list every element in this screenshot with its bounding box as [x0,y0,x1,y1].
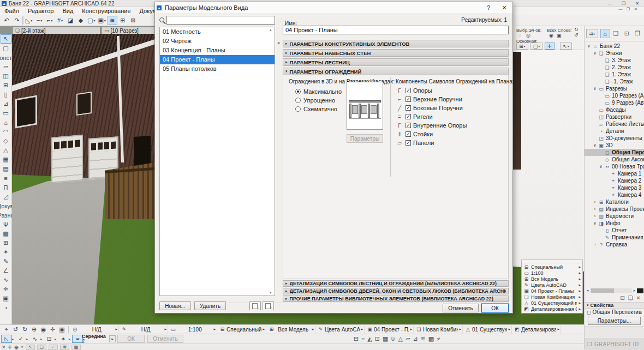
tree-item[interactable]: ∨ ▭ Разрезы [585,85,644,92]
minimize-button[interactable]: — [603,0,617,7]
shell-tool[interactable]: ◠ [1,127,11,136]
tree-item[interactable]: ∨ ⌂ Баня 22 [585,43,644,50]
label-tool[interactable]: ✎ [1,257,11,266]
tree-item[interactable]: ⌖ Камера 2 [585,177,644,184]
undo-button[interactable]: ↶▾ [2,16,11,25]
slab-tool[interactable]: ▭ [1,108,11,118]
camera-path-icon[interactable]: ⌖ [2,326,10,333]
wave-icon[interactable]: ≈ [361,336,365,342]
marquee-tool[interactable]: ▢ [1,44,11,53]
explore-eye-icon[interactable]: ◉ [39,326,47,333]
pen-color-field[interactable]: ✎ Цвета AutoCAD ▸ [317,325,365,334]
organizer-button[interactable]: ⇉▸ [586,29,598,38]
scroll-thumb[interactable] [591,288,614,293]
accordion-header-expanded[interactable]: ▾ ПАРАМЕТРЫ ОГРАЖДЕНИЙ [283,68,509,75]
quick-mvo[interactable]: ▣ 04 Проект - Планы ▸ [522,288,582,294]
railing-tool[interactable]: Π [1,183,11,192]
detail-tool[interactable]: ◔ [1,303,11,312]
tab-view-map[interactable]: ❏ [611,29,621,38]
pen-field[interactable]: ✎ Н/Д ▸ [120,325,168,334]
measure-button[interactable]: ⌐ [49,345,58,350]
maximize-button[interactable]: ❐ [617,0,630,7]
tree-item[interactable]: › ⊞ Каталоги [585,198,644,206]
tree-item[interactable]: ◫ Развертки [585,113,644,120]
structure-field[interactable]: ⊞ Вся Модель ▸ [267,325,315,334]
combination-item[interactable]: 02 Чертеж [160,37,275,46]
tree-item[interactable]: ❏ 1. Этаж [585,71,644,78]
zoom-box-icon[interactable]: ▣ [58,326,66,333]
override-field[interactable]: ◩ Детализирован... ▸ [513,325,561,334]
menu-item[interactable]: Конструирование [77,7,135,15]
tree-item[interactable]: ❏ 2. Этаж [585,64,644,71]
tree-item[interactable]: › ▥ Ведомости [585,213,644,220]
checkbox-checked-icon[interactable]: ✓ [406,140,411,146]
radio-icon[interactable] [295,98,301,103]
accordion-header[interactable]: ▸ ПАРАМЕТРЫ КОНСТРУКТИВНЫХ ЭЛЕМЕНТОВ [283,40,509,47]
reject-icon[interactable]: ≠ [437,336,440,342]
tree-item[interactable]: ◔ Детали [585,128,644,135]
tree-item[interactable]: ⌖ Камера 4 [585,191,644,198]
wall-tool[interactable]: ▱ [1,62,11,71]
edit-plane-button[interactable]: ⊡ ▸ [44,335,57,343]
zone-icon[interactable]: ▦ [383,335,388,342]
group-lock-button[interactable]: ▣▾ [97,16,106,25]
scroll-right-icon[interactable]: ▸ [632,288,637,293]
checkbox-checked-icon[interactable]: ✓ [406,88,411,93]
mvo-field[interactable]: ▣ 04 Проект - Пла... ▸ [366,325,414,334]
spline-tool[interactable]: ∿ [1,275,11,285]
arrow-info-button[interactable]: ◺▾ [24,16,34,25]
accordion-header[interactable]: ▸ ДЕТАЛИЗАЦИЯ СИМВОЛОВ ЛЕСТНИЦ И ОГРАЖДЕ… [283,280,509,287]
quick-structure[interactable]: ⊞ Вся Модель ▸ [522,276,582,282]
angle-dim-tool[interactable]: ∠ [1,266,11,275]
scroll-left-icon[interactable]: ◂ [585,288,590,293]
accordion-header[interactable]: ▸ ПРОЧИЕ ПАРАМЕТРЫ БИБЛИОТЕЧНЫХ ЭЛЕМЕНТО… [283,295,509,302]
redo-small-icon[interactable]: ↻ [574,27,579,32]
expand-icon[interactable]: › [592,214,598,219]
tree-item[interactable]: ❏ -1. Этаж [585,78,644,85]
quick-pen-color[interactable]: ✎ Цвета AutoCAD ▸ [522,282,582,288]
grab-mode-button[interactable]: ✛ [545,43,554,50]
tree-item[interactable]: ✎ Примечания и Заметки [585,234,644,241]
hatch-icon[interactable]: ◭ [367,335,372,342]
lock-icon[interactable]: ◎ [526,33,530,38]
checkbox-checked-icon[interactable]: ✓ [406,131,411,137]
scroll-down-icon[interactable]: ▾ [270,291,272,295]
search-input[interactable] [166,16,275,25]
railing-parameters-button[interactable]: Параметры [347,134,383,143]
doc-close-icon[interactable]: ✕ [632,7,640,11]
accordion-header[interactable]: ▸ ПАРАМЕТРЫ НАВЕСНЫХ СТЕН [283,49,509,57]
quick-scale[interactable]: ▭ 1:100 ▸ [522,270,582,276]
tree-item[interactable]: ▱ Рабочие Листы [585,120,644,128]
layers-set-icon[interactable]: ≋ [421,335,426,342]
door-tool[interactable]: ◫ [1,71,11,81]
options-button[interactable]: ≣ [60,345,69,350]
undo-small-icon[interactable]: ↺ [574,32,579,38]
quick-pen-set[interactable]: ⊟ Специальный ▸ [522,264,582,270]
close-button[interactable]: ✕ [630,0,644,7]
doc-minimize-icon[interactable]: — [617,7,624,11]
expand-icon[interactable]: ∨ [592,51,598,56]
palette-grip[interactable] [522,261,582,263]
zoom-in-icon[interactable]: ⊕ [30,326,38,333]
selection-mode-button[interactable]: ▢ [37,345,46,350]
orbit-cw-icon[interactable]: ↻ [21,326,29,333]
origin-icon[interactable]: ⌖ [21,344,23,350]
mesh-tool[interactable]: △ [1,146,11,155]
pen-set-field[interactable]: ⊟ Специальный ▸ [218,325,266,334]
favorites-icon[interactable]: ⊟ [354,335,359,342]
fill-tool[interactable]: ▩ [1,229,11,238]
panel-set-icon[interactable]: ▱ [406,335,410,342]
layer-combo-field[interactable]: ❏ Новая Комбина... ▸ [415,325,463,334]
delete-icon[interactable]: ✕ [636,295,641,301]
morph-tool[interactable]: ◇ [1,136,11,146]
accordion-header[interactable]: ▸ ПАРАМЕТРЫ ЛЕСТНИЦ [283,58,509,66]
tree-item[interactable]: ⌖ Камера 3 [585,184,644,191]
trace-reference-button[interactable]: −▾ [34,16,44,25]
magic-wand-button[interactable]: ✶ ▸ [58,335,71,343]
frame-button[interactable]: ▢▾ [86,16,96,25]
tree-item[interactable]: ▯ Отчет [585,227,644,234]
tree-item[interactable]: ▭ Фасады [585,106,644,113]
pan-icon[interactable]: ✛ [8,345,13,350]
tab-publisher[interactable]: ❐ [633,29,642,38]
snap-guides-button[interactable]: ✓ ▸ [15,335,29,343]
